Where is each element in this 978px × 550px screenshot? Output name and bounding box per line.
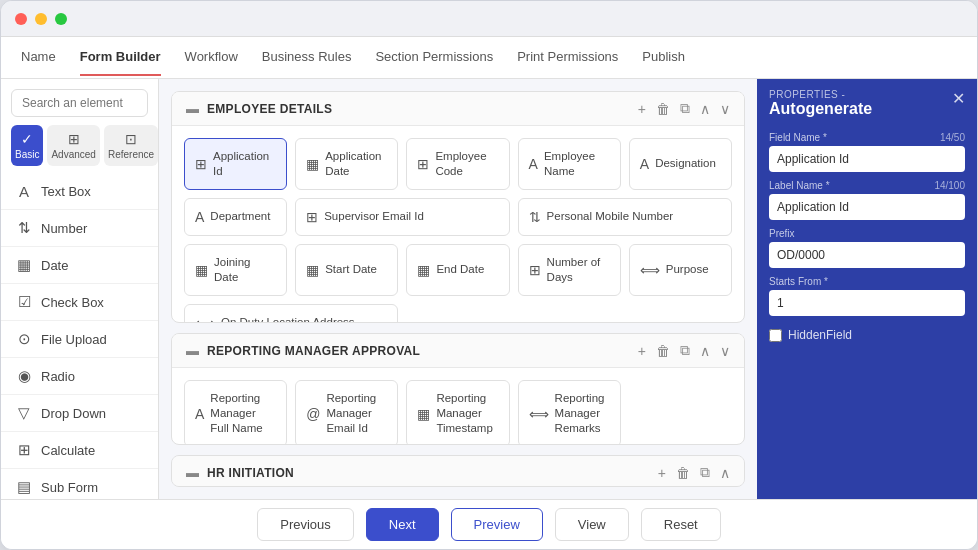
- rm-delete-icon[interactable]: 🗑: [656, 343, 670, 359]
- sidebar-item-number[interactable]: ⇅ Number: [1, 210, 158, 247]
- properties-close-button[interactable]: ✕: [952, 89, 965, 108]
- field-number-of-days[interactable]: ⊞ Number of Days: [518, 244, 621, 296]
- search-box: [1, 79, 158, 125]
- collapse-icon-employee[interactable]: ▬: [186, 101, 199, 116]
- hr-initiation-title: HR INITIATION: [207, 466, 294, 480]
- section-chevron-up-icon[interactable]: ∧: [700, 101, 710, 117]
- sidebar-item-drop-down-label: Drop Down: [41, 406, 106, 421]
- hidden-field-checkbox[interactable]: [769, 329, 782, 342]
- tab-publish[interactable]: Publish: [642, 39, 685, 76]
- rm-full-name-icon: A: [195, 406, 204, 422]
- field-application-id[interactable]: ⊞ Application Id: [184, 138, 287, 190]
- rm-chevron-down-icon[interactable]: ∨: [720, 343, 730, 359]
- props-label-name-count: 14/100: [934, 180, 965, 191]
- field-joining-date[interactable]: ▦ Joining Date: [184, 244, 287, 296]
- rm-copy-icon[interactable]: ⧉: [680, 342, 690, 359]
- hr-chevron-up-icon[interactable]: ∧: [720, 465, 730, 481]
- delete-section-icon[interactable]: 🗑: [656, 101, 670, 117]
- sidebar-item-text-box[interactable]: A Text Box: [1, 174, 158, 210]
- field-rm-remarks[interactable]: ⟺ Reporting Manager Remarks: [518, 380, 621, 445]
- previous-button[interactable]: Previous: [257, 508, 354, 541]
- next-button[interactable]: Next: [366, 508, 439, 541]
- props-label-name-input[interactable]: [769, 194, 965, 220]
- field-purpose[interactable]: ⟺ Purpose: [629, 244, 732, 296]
- rm-remarks-icon: ⟺: [529, 406, 549, 422]
- properties-panel: PROPERTIES - Autogenerate ✕ Field Name *…: [757, 79, 977, 499]
- advanced-icon: ⊞: [68, 131, 80, 147]
- dot-green[interactable]: [55, 13, 67, 25]
- preview-button[interactable]: Preview: [451, 508, 543, 541]
- sidebar-item-sub-form[interactable]: ▤ Sub Form: [1, 469, 158, 499]
- field-rm-email[interactable]: @ Reporting Manager Email Id: [295, 380, 398, 445]
- field-employee-code[interactable]: ⊞ Employee Code: [406, 138, 509, 190]
- application-date-icon: ▦: [306, 156, 319, 172]
- tab-reference[interactable]: ⊡ Reference: [104, 125, 158, 166]
- sidebar-item-date[interactable]: ▦ Date: [1, 247, 158, 284]
- add-field-icon[interactable]: +: [638, 101, 646, 117]
- tab-form-builder[interactable]: Form Builder: [80, 39, 161, 76]
- titlebar: [1, 1, 977, 37]
- props-field-name-input[interactable]: [769, 146, 965, 172]
- rm-email-icon: @: [306, 406, 320, 422]
- props-field-name: Field Name * 14/50: [769, 132, 965, 172]
- field-supervisor-email[interactable]: ⊞ Supervisor Email Id: [295, 198, 509, 236]
- copy-section-icon[interactable]: ⧉: [680, 100, 690, 117]
- tab-workflow[interactable]: Workflow: [185, 39, 238, 76]
- props-starts-from-header: Starts From *: [769, 276, 965, 287]
- properties-header: PROPERTIES - Autogenerate ✕: [757, 79, 977, 124]
- hr-add-icon[interactable]: +: [658, 465, 666, 481]
- rm-add-icon[interactable]: +: [638, 343, 646, 359]
- file-upload-icon: ⊙: [15, 330, 33, 348]
- tab-reference-label: Reference: [108, 149, 154, 160]
- sidebar-item-calculate[interactable]: ⊞ Calculate: [1, 432, 158, 469]
- field-start-date[interactable]: ▦ Start Date: [295, 244, 398, 296]
- section-chevron-down-icon[interactable]: ∨: [720, 101, 730, 117]
- field-personal-mobile[interactable]: ⇅ Personal Mobile Number: [518, 198, 732, 236]
- field-on-duty-location[interactable]: ⟺ On Duty Location Address: [184, 304, 398, 324]
- number-of-days-label: Number of Days: [547, 255, 610, 285]
- dot-yellow[interactable]: [35, 13, 47, 25]
- field-designation[interactable]: A Designation: [629, 138, 732, 190]
- department-icon: A: [195, 209, 204, 225]
- sidebar-item-check-box[interactable]: ☑ Check Box: [1, 284, 158, 321]
- view-button[interactable]: View: [555, 508, 629, 541]
- collapse-icon-hr[interactable]: ▬: [186, 465, 199, 480]
- tab-name[interactable]: Name: [21, 39, 56, 76]
- props-label-name: Label Name * 14/100: [769, 180, 965, 220]
- props-prefix: Prefix: [769, 228, 965, 268]
- purpose-icon: ⟺: [640, 262, 660, 278]
- calculate-icon: ⊞: [15, 441, 33, 459]
- tab-advanced[interactable]: ⊞ Advanced: [47, 125, 99, 166]
- field-application-date[interactable]: ▦ Application Date: [295, 138, 398, 190]
- sidebar-item-drop-down[interactable]: ▽ Drop Down: [1, 395, 158, 432]
- tab-print-permissions[interactable]: Print Permissions: [517, 39, 618, 76]
- sidebar-item-radio[interactable]: ◉ Radio: [1, 358, 158, 395]
- hidden-field-label[interactable]: HiddenField: [788, 328, 852, 342]
- hr-delete-icon[interactable]: 🗑: [676, 465, 690, 481]
- reporting-manager-section: ▬ REPORTING MANAGER APPROVAL + 🗑 ⧉ ∧ ∨ A: [171, 333, 745, 445]
- field-rm-full-name[interactable]: A Reporting Manager Full Name: [184, 380, 287, 445]
- sidebar-item-calculate-label: Calculate: [41, 443, 95, 458]
- rm-chevron-up-icon[interactable]: ∧: [700, 343, 710, 359]
- field-department[interactable]: A Department: [184, 198, 287, 236]
- sidebar-item-file-upload[interactable]: ⊙ File Upload: [1, 321, 158, 358]
- on-duty-location-label: On Duty Location Address: [221, 315, 355, 323]
- field-end-date[interactable]: ▦ End Date: [406, 244, 509, 296]
- reset-button[interactable]: Reset: [641, 508, 721, 541]
- props-field-name-count: 14/50: [940, 132, 965, 143]
- joining-date-label: Joining Date: [214, 255, 276, 285]
- tab-section-permissions[interactable]: Section Permissions: [375, 39, 493, 76]
- hr-copy-icon[interactable]: ⧉: [700, 464, 710, 481]
- dot-red[interactable]: [15, 13, 27, 25]
- application-date-label: Application Date: [325, 149, 387, 179]
- application-id-label: Application Id: [213, 149, 276, 179]
- collapse-icon-rm[interactable]: ▬: [186, 343, 199, 358]
- field-rm-timestamp[interactable]: ▦ Reporting Manager Timestamp: [406, 380, 509, 445]
- props-prefix-input[interactable]: [769, 242, 965, 268]
- properties-form: Field Name * 14/50 Label Name * 14/100 P…: [757, 124, 977, 499]
- props-starts-from-input[interactable]: [769, 290, 965, 316]
- search-input[interactable]: [11, 89, 148, 117]
- tab-business-rules[interactable]: Business Rules: [262, 39, 352, 76]
- tab-basic[interactable]: ✓ Basic: [11, 125, 43, 166]
- field-employee-name[interactable]: A Employee Name: [518, 138, 621, 190]
